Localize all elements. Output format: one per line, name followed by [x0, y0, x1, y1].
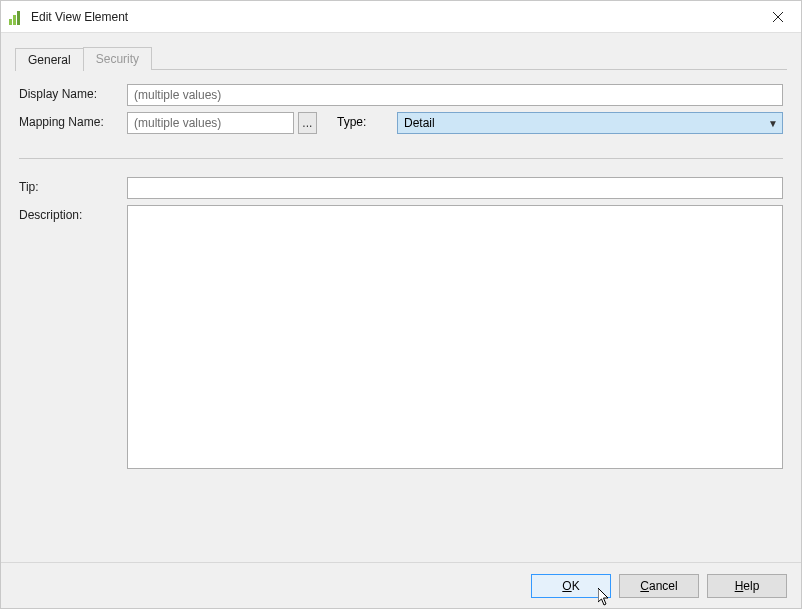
mapping-name-input[interactable]	[127, 112, 294, 134]
type-select-value: Detail	[404, 116, 435, 130]
mapping-name-label: Mapping Name:	[19, 112, 127, 129]
dialog-footer: OK Cancel Help	[1, 562, 801, 608]
tip-label: Tip:	[19, 177, 127, 194]
display-name-label: Display Name:	[19, 84, 127, 101]
general-panel: Display Name: Mapping Name: ... Type: De…	[15, 70, 787, 476]
tab-general[interactable]: General	[15, 48, 84, 71]
help-button[interactable]: Help	[707, 574, 787, 598]
titlebar: Edit View Element	[1, 1, 801, 33]
chevron-down-icon: ▼	[768, 118, 778, 129]
close-button[interactable]	[755, 1, 801, 33]
ok-button-label: OK	[562, 579, 579, 593]
help-button-label: Help	[735, 579, 760, 593]
cancel-button-label: Cancel	[640, 579, 677, 593]
type-select[interactable]: Detail ▼	[397, 112, 783, 134]
tab-strip: General Security	[15, 47, 787, 70]
type-label: Type:	[337, 112, 397, 129]
tip-input[interactable]	[127, 177, 783, 199]
description-textarea[interactable]	[127, 205, 783, 469]
window-title: Edit View Element	[31, 10, 755, 24]
cancel-button[interactable]: Cancel	[619, 574, 699, 598]
ok-button[interactable]: OK	[531, 574, 611, 598]
close-icon	[773, 12, 783, 22]
description-label: Description:	[19, 205, 127, 222]
app-icon	[9, 9, 25, 25]
mapping-browse-button[interactable]: ...	[298, 112, 317, 134]
separator	[19, 158, 783, 159]
tab-security[interactable]: Security	[83, 47, 152, 70]
display-name-input[interactable]	[127, 84, 783, 106]
